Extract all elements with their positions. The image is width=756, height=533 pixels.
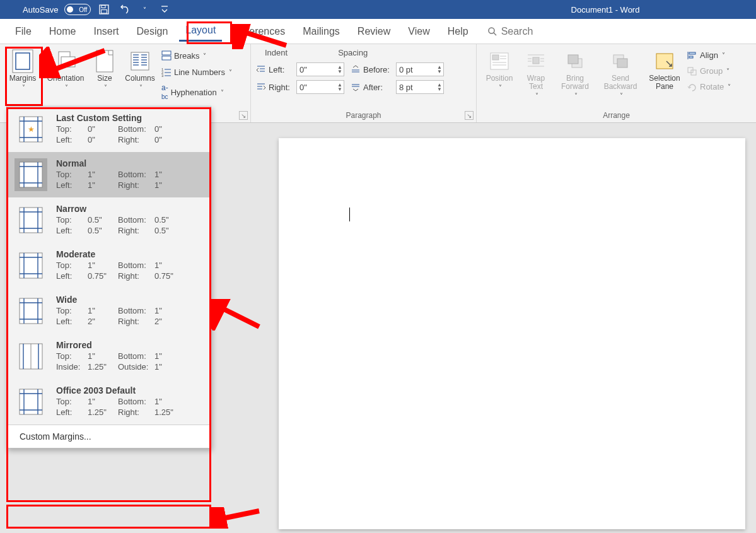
document-page[interactable] xyxy=(279,138,745,529)
arrange-group-label: Arrange xyxy=(482,110,751,121)
orientation-icon xyxy=(53,49,78,73)
tab-design[interactable]: Design xyxy=(130,22,174,41)
margin-k3: Left: xyxy=(56,407,88,417)
margin-k4: Right: xyxy=(118,226,154,235)
align-label: Align xyxy=(700,50,718,60)
search-button[interactable]: Search xyxy=(487,26,533,37)
align-button[interactable]: Align˅ xyxy=(687,49,731,61)
margin-v2: 1" xyxy=(154,306,185,315)
rotate-button[interactable]: Rotate˅ xyxy=(687,81,731,93)
margin-k4: Right: xyxy=(118,180,154,190)
wrap-text-icon xyxy=(523,49,549,73)
indent-right-input[interactable]: 0"▲▼ xyxy=(296,80,344,94)
send-backward-icon xyxy=(608,49,633,73)
save-icon[interactable] xyxy=(97,3,111,16)
margin-k1: Top: xyxy=(56,215,88,225)
line-numbers-button[interactable]: 123 Line Numbers˅ xyxy=(161,66,232,78)
tab-layout[interactable]: Layout xyxy=(179,21,222,42)
svg-rect-22 xyxy=(162,51,171,55)
wrap-text-label: Wrap Text xyxy=(521,74,551,91)
chevron-down-icon: ˅ xyxy=(722,52,725,59)
svg-rect-2 xyxy=(102,10,107,14)
svg-rect-60 xyxy=(689,56,693,58)
indent-left-value: 0" xyxy=(299,65,307,74)
wrap-text-button[interactable]: Wrap Text ˅ xyxy=(521,47,551,102)
send-backward-button[interactable]: Send Backward ˅ xyxy=(599,47,642,102)
indent-right-icon xyxy=(256,83,266,91)
margin-option-title: Last Custom Setting xyxy=(56,113,203,123)
tab-help[interactable]: Help xyxy=(441,22,475,41)
tab-review[interactable]: Review xyxy=(351,22,397,41)
align-icon xyxy=(687,51,697,60)
group-button[interactable]: Group˅ xyxy=(687,65,731,77)
tab-references[interactable]: References xyxy=(227,22,291,41)
margin-v2: 1" xyxy=(154,397,185,406)
tab-insert[interactable]: Insert xyxy=(87,22,125,41)
svg-rect-1 xyxy=(102,6,105,8)
margin-preset-icon xyxy=(15,385,47,418)
qat-customize-icon[interactable] xyxy=(158,3,172,16)
margin-option-title: Moderate xyxy=(56,249,203,259)
columns-button[interactable]: Columns ˅ xyxy=(122,47,158,93)
chevron-down-icon: ˅ xyxy=(22,84,25,91)
hyphenation-label: Hyphenation xyxy=(171,88,217,97)
tab-home[interactable]: Home xyxy=(43,22,83,41)
margins-button[interactable]: Margins ˅ xyxy=(5,47,40,93)
hyphenation-button[interactable]: a-bc Hyphenation˅ xyxy=(161,82,232,102)
size-button[interactable]: Size ˅ xyxy=(91,47,119,93)
margin-option-normal[interactable]: NormalTop:1"Bottom:1"Left:1"Right:1" xyxy=(7,152,211,197)
spacing-before-icon xyxy=(351,65,361,74)
margin-option-office-2003-default[interactable]: Office 2003 DefaultTop:1"Bottom:1"Left:1… xyxy=(7,379,211,425)
bring-forward-icon xyxy=(562,49,588,73)
margin-v4: 1" xyxy=(154,180,185,190)
page-setup-dialog-launcher[interactable]: ↘ xyxy=(239,111,248,120)
margin-v4: 1" xyxy=(154,362,185,372)
margins-dropdown: ★Last Custom SettingTop:0"Bottom:0"Left:… xyxy=(6,106,211,448)
custom-margins-button[interactable]: Custom Margins... xyxy=(7,425,211,448)
paragraph-dialog-launcher[interactable]: ↘ xyxy=(465,111,474,120)
margin-option-narrow[interactable]: NarrowTop:0.5"Bottom:0.5"Left:0.5"Right:… xyxy=(7,197,211,243)
chevron-down-icon: ˅ xyxy=(65,84,68,91)
ribbon-tabs: File Home Insert Design Layout Reference… xyxy=(0,19,756,44)
chevron-down-icon: ˅ xyxy=(499,84,502,91)
chevron-down-icon: ˅ xyxy=(620,92,623,99)
chevron-down-icon: ˅ xyxy=(728,83,731,90)
send-backward-label: Send Backward xyxy=(599,74,642,91)
margin-v3: 0.5" xyxy=(88,226,118,235)
breaks-label: Breaks xyxy=(174,51,199,61)
chevron-down-icon: ˅ xyxy=(726,67,730,74)
svg-rect-9 xyxy=(61,57,75,67)
spacing-before-input[interactable]: 0 pt▲▼ xyxy=(396,62,444,76)
position-button[interactable]: Position ˅ xyxy=(482,47,517,93)
spacing-after-icon xyxy=(351,83,361,91)
breaks-button[interactable]: Breaks˅ xyxy=(161,49,232,62)
svg-rect-69 xyxy=(20,162,42,187)
autosave-toggle[interactable]: Off xyxy=(64,4,91,15)
orientation-button[interactable]: Orientation ˅ xyxy=(44,47,87,93)
undo-icon[interactable] xyxy=(117,3,131,16)
tab-file[interactable]: File xyxy=(9,22,38,41)
margin-v2: 1" xyxy=(154,351,185,361)
undo-chevron-icon[interactable]: ˅ xyxy=(137,3,151,16)
margin-v1: 1" xyxy=(88,170,118,179)
paragraph-group-label: Paragraph xyxy=(256,110,471,121)
chevron-down-icon: ˅ xyxy=(229,69,232,76)
tab-view[interactable]: View xyxy=(402,22,436,41)
spacing-after-input[interactable]: 8 pt▲▼ xyxy=(396,80,444,94)
bring-forward-button[interactable]: Bring Forward ˅ xyxy=(555,47,595,102)
margin-option-title: Wide xyxy=(56,295,203,305)
spacing-before-label: Before: xyxy=(363,65,393,74)
margin-v3: 0" xyxy=(88,135,118,144)
svg-rect-10 xyxy=(96,50,113,72)
margin-option-mirrored[interactable]: MirroredTop:1"Bottom:1"Inside:1.25"Outsi… xyxy=(7,334,211,379)
margin-option-wide[interactable]: WideTop:1"Bottom:1"Left:2"Right:2" xyxy=(7,288,211,334)
tab-mailings[interactable]: Mailings xyxy=(296,22,346,41)
margin-v4: 0" xyxy=(154,135,185,144)
margin-k3: Left: xyxy=(56,317,88,326)
margin-option-last-custom-setting[interactable]: ★Last Custom SettingTop:0"Bottom:0"Left:… xyxy=(7,107,211,152)
indent-left-input[interactable]: 0"▲▼ xyxy=(296,62,344,76)
selection-pane-button[interactable]: Selection Pane xyxy=(646,47,683,93)
margin-k1: Top: xyxy=(56,351,88,361)
margin-option-moderate[interactable]: ModerateTop:1"Bottom:1"Left:0.75"Right:0… xyxy=(7,243,211,288)
text-cursor xyxy=(349,208,350,221)
